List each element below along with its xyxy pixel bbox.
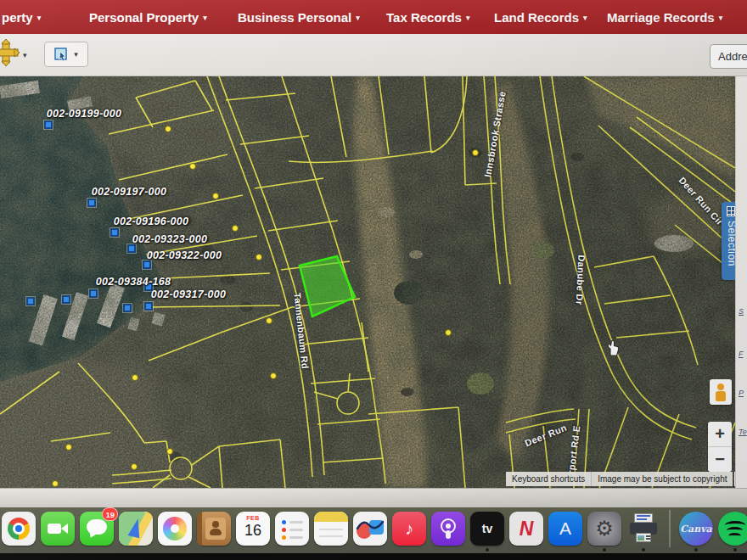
nav-item-personal-property[interactable]: Personal Property ▾: [89, 0, 207, 34]
macos-dock: 19 FEB 16: [0, 507, 747, 553]
chevron-down-icon: ▾: [203, 14, 207, 22]
parcel-id-label: 002-09323-000: [132, 233, 208, 245]
copyright-notice: Image may be subject to copyright: [592, 472, 733, 486]
dock-icon-news[interactable]: N: [509, 512, 543, 546]
dock-icon-printer[interactable]: [626, 512, 660, 546]
parcel-id-label: 002-09196-000: [114, 216, 189, 227]
top-navbar: perty ▾ Personal Property ▾ Business Per…: [0, 0, 747, 34]
running-indicator: [694, 548, 698, 552]
parcel-marker[interactable]: [44, 120, 53, 129]
parcel-marker[interactable]: [62, 295, 70, 304]
dock-icon-spotify[interactable]: [718, 512, 747, 546]
parcel-id-label: 002-09322-000: [147, 249, 222, 261]
select-tool-icon: [54, 48, 69, 62]
keyboard-shortcuts-link[interactable]: Keyboard shortcuts: [506, 472, 592, 486]
page-edge-strip: S F P Te: [735, 76, 747, 488]
parcel-id-label: 002-09384-168: [96, 276, 171, 288]
nav-label: Tax Records: [386, 10, 462, 25]
running-indicator: [733, 548, 737, 552]
dock-icon-apple-tv[interactable]: tv: [470, 512, 504, 546]
video-camera-icon: [48, 524, 61, 534]
running-indicator: [486, 548, 489, 552]
window-bottom-edge: [0, 488, 747, 507]
calendar-day: 16: [236, 522, 270, 540]
dock-separator: [669, 510, 671, 547]
person-silhouette-icon: [212, 521, 219, 528]
tv-logo: tv: [482, 522, 492, 535]
nav-label: Business Personal: [238, 10, 351, 25]
dock-icon-app-store[interactable]: A: [548, 512, 582, 546]
nav-item-land-records[interactable]: Land Records ▾: [494, 0, 587, 34]
parcel-marker[interactable]: [110, 228, 119, 237]
nav-label: Marriage Records: [607, 10, 715, 25]
news-logo: N: [520, 518, 534, 540]
address-search-field[interactable]: Address: [710, 44, 747, 69]
chevron-down-icon: ▾: [37, 14, 42, 22]
dock-icon-notes[interactable]: [314, 512, 348, 546]
parcel-marker[interactable]: [123, 304, 132, 312]
link-fragment[interactable]: P: [739, 389, 744, 397]
nav-label: Land Records: [494, 10, 579, 25]
running-indicator: [642, 548, 645, 552]
nav-item-property-partial[interactable]: perty ▾: [2, 0, 41, 34]
running-indicator: [603, 548, 606, 552]
link-fragment[interactable]: S: [739, 307, 744, 316]
select-tool-button[interactable]: ▾: [44, 42, 88, 67]
dock-icon-canva[interactable]: Canva: [679, 512, 713, 546]
gear-icon: ⚙: [595, 518, 614, 539]
pegman-icon: [717, 384, 724, 390]
parcel-marker[interactable]: [143, 260, 151, 269]
dock-icon-messages[interactable]: 19: [80, 512, 114, 546]
select-tool-dropdown[interactable]: ▾: [74, 50, 78, 59]
parcel-id-label: 002-09317-000: [151, 288, 227, 300]
chevron-down-icon: ▾: [356, 14, 360, 22]
nav-label: Personal Property: [89, 10, 199, 25]
screen-bezel: [0, 553, 747, 560]
messages-unread-badge: 19: [102, 507, 118, 521]
zoom-out-button[interactable]: −: [708, 447, 732, 472]
squiggle-icon: [356, 515, 385, 535]
pan-tool-dropdown[interactable]: ▾: [23, 51, 27, 59]
pan-tool-icon[interactable]: [0, 39, 21, 66]
calendar-month: FEB: [236, 515, 270, 521]
parcel-marker[interactable]: [144, 302, 153, 311]
dock-icon-contacts[interactable]: [197, 512, 231, 546]
parcel-id-label: 002-09199-000: [47, 108, 122, 120]
dock-icon-chrome[interactable]: [2, 512, 36, 546]
dock-icon-photos[interactable]: [158, 512, 192, 546]
parcel-marker[interactable]: [26, 297, 35, 305]
link-fragment[interactable]: Te: [739, 428, 747, 436]
dock-icon-freeform[interactable]: [353, 512, 387, 546]
nav-label: perty: [2, 10, 33, 25]
nav-item-tax-records[interactable]: Tax Records ▾: [386, 0, 469, 34]
parcel-marker[interactable]: [87, 199, 96, 207]
chevron-down-icon: ▾: [466, 14, 470, 22]
dock-icon-music[interactable]: ♪: [392, 512, 426, 546]
chevron-down-icon: ▾: [719, 14, 723, 22]
nav-item-marriage-records[interactable]: Marriage Records ▾: [607, 0, 722, 34]
music-note-icon: ♪: [405, 519, 413, 539]
map-attribution-bar: Keyboard shortcuts Image may be subject …: [506, 472, 747, 486]
gis-map-canvas[interactable]: 002-09199-000 002-09197-000 002-09196-00…: [0, 76, 735, 488]
dock-icon-podcasts[interactable]: [431, 512, 465, 546]
map-zoom-control: + −: [708, 422, 732, 472]
nav-item-business-personal[interactable]: Business Personal ▾: [238, 0, 360, 34]
street-view-pegman-button[interactable]: [710, 379, 732, 405]
photographed-screen: perty ▾ Personal Property ▾ Business Per…: [0, 0, 747, 560]
dock-icon-calendar[interactable]: FEB 16: [236, 512, 270, 546]
zoom-in-button[interactable]: +: [708, 422, 732, 446]
map-toolbar: ▾ ▾ Address: [0, 34, 747, 76]
app-store-logo: A: [559, 518, 571, 539]
parcel-marker[interactable]: [127, 244, 136, 253]
chevron-down-icon: ▾: [583, 14, 587, 22]
dock-icon-maps[interactable]: [119, 512, 153, 546]
dock-icon-reminders[interactable]: [275, 512, 309, 546]
dock-icon-system-settings[interactable]: ⚙: [587, 512, 621, 546]
dock-icon-facetime[interactable]: [41, 512, 75, 546]
link-fragment[interactable]: F: [739, 350, 744, 358]
hand-cursor-icon: [604, 338, 621, 356]
parcel-id-label: 002-09197-000: [92, 186, 167, 198]
canva-logo: Canva: [680, 524, 711, 535]
parcel-marker[interactable]: [89, 289, 98, 298]
